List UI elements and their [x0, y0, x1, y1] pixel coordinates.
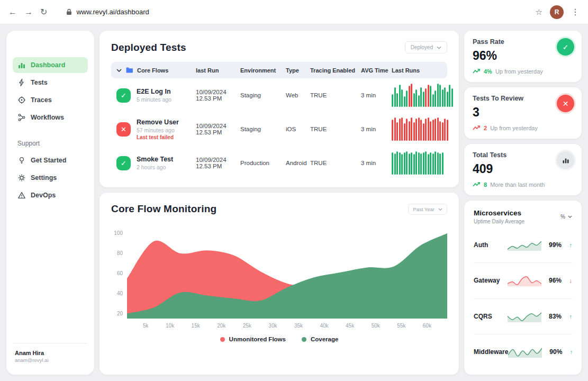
- sidebar-item-label: Get Started: [31, 157, 66, 164]
- trend-text: Up from yesterday: [490, 125, 538, 131]
- test-failure-note: Last test failed: [137, 134, 179, 140]
- trend-up-icon: [473, 182, 481, 187]
- column-environment: Environment: [240, 67, 286, 74]
- lightbulb-icon: [17, 156, 26, 165]
- cell-tracing: TRUE: [310, 126, 361, 132]
- profile-name: Anam Hira: [15, 350, 86, 356]
- column-avg-time: AVG Time: [361, 67, 392, 74]
- unit-select[interactable]: %: [560, 214, 572, 220]
- browser-chrome: ← → ↻ www.revyl.ai/dashboard ☆ R ⋮: [0, 0, 588, 24]
- x-tick-label: 20k: [217, 323, 225, 329]
- column-last-run: last Run: [196, 67, 240, 74]
- x-tick-label: 25k: [243, 323, 251, 329]
- trend-text: More than last month: [490, 182, 545, 188]
- test-name: Remove User: [137, 119, 179, 126]
- sidebar-item-workflows[interactable]: Workflows: [13, 110, 88, 125]
- service-uptime: 90%: [542, 348, 565, 356]
- sidebar-item-get-started[interactable]: Get Started: [13, 152, 88, 168]
- legend-label: Unmonitored Flows: [229, 336, 286, 342]
- time-range-select[interactable]: Past Year: [408, 204, 447, 215]
- trend-arrow-icon: ↓: [565, 277, 572, 284]
- service-sparkline: [508, 311, 541, 322]
- main-column: Deployed Tests Deployed Core Flows last …: [99, 31, 459, 375]
- bookmark-star-icon[interactable]: ☆: [536, 7, 542, 17]
- legend-item-coverage: Coverage: [302, 336, 338, 342]
- x-tick-label: 40k: [320, 323, 328, 329]
- cell-last-run: 10/09/2024 12.53 PM: [196, 123, 240, 135]
- table-row[interactable]: ✓ Smoke Test 2 hours ago 10/09/2024 12.5…: [111, 146, 447, 180]
- forward-icon[interactable]: →: [24, 7, 33, 17]
- service-uptime: 96%: [541, 277, 565, 284]
- gear-icon: [17, 174, 26, 182]
- cell-avg-time: 3 min: [361, 92, 392, 98]
- service-sparkline: [508, 346, 542, 358]
- test-time-ago: 2 hours ago: [137, 164, 173, 170]
- service-name: Gateway: [474, 277, 508, 284]
- total-tests-card: Total Tests 409 8 More than last month: [464, 144, 582, 195]
- sidebar-item-label: Settings: [31, 174, 57, 182]
- list-item[interactable]: CQRS 83% ↑: [474, 299, 572, 334]
- sidebar-item-traces[interactable]: Traces: [13, 92, 88, 108]
- sidebar-item-label: DevOps: [31, 192, 56, 199]
- cell-tracing: TRUE: [310, 160, 361, 166]
- service-name: CQRS: [474, 313, 508, 320]
- x-axis: 5k10k15k20k25k30k35k40k45k50k55k60k: [127, 323, 447, 329]
- x-tick-label: 10k: [166, 323, 174, 329]
- trend-arrow-icon: ↑: [565, 242, 572, 248]
- back-icon[interactable]: ←: [8, 7, 17, 17]
- service-sparkline: [508, 239, 541, 251]
- sidebar-item-label: Traces: [31, 96, 52, 104]
- table-row[interactable]: ✕ Remove User 57 minutes ago Last test f…: [111, 112, 447, 146]
- trend-up-icon: [473, 69, 481, 74]
- sidebar-item-label: Workflows: [31, 114, 64, 121]
- legend-label: Coverage: [311, 336, 338, 342]
- deployed-filter-value: Deployed: [411, 44, 433, 50]
- trend-arrow-icon: ↑: [565, 349, 573, 355]
- status-fail-icon: ✕: [116, 122, 131, 137]
- workflow-icon: [17, 113, 26, 122]
- last-runs-sparkline: [392, 84, 453, 107]
- lightning-icon: [17, 78, 26, 87]
- sidebar-item-label: Tests: [31, 79, 48, 86]
- y-tick-label: 80: [117, 250, 123, 256]
- cell-last-run: 10/09/2024 12.53 PM: [196, 89, 240, 102]
- trend-value: 2: [484, 125, 487, 131]
- chevron-down-icon: [437, 46, 441, 49]
- cell-type: Web: [286, 92, 310, 98]
- reload-icon[interactable]: ↻: [40, 7, 47, 17]
- list-item[interactable]: Middleware 90% ↑: [474, 334, 572, 369]
- x-tick-label: 15k: [192, 323, 200, 329]
- list-item[interactable]: Gateway 96% ↓: [474, 263, 572, 298]
- core-flow-chart: 10080604020: [111, 223, 447, 319]
- sidebar-item-settings[interactable]: Settings: [13, 170, 88, 186]
- chevron-down-icon: [568, 215, 572, 218]
- unit-value: %: [560, 214, 565, 220]
- sidebar-profile[interactable]: Anam Hira anam@revyl.ai: [13, 343, 88, 366]
- last-runs-sparkline: [392, 151, 444, 175]
- browser-menu-icon[interactable]: ⋮: [571, 7, 580, 17]
- x-tick-label: 60k: [423, 323, 431, 329]
- cell-avg-time: 3 min: [361, 126, 392, 132]
- y-tick-label: 100: [114, 230, 123, 236]
- list-item[interactable]: Auth 99% ↑: [474, 228, 572, 263]
- trend-arrow-icon: ↑: [565, 313, 572, 320]
- sidebar-item-dashboard[interactable]: Dashboard: [13, 57, 88, 73]
- cell-type: iOS: [286, 126, 310, 132]
- y-tick-label: 20: [117, 311, 123, 316]
- lock-icon: [66, 8, 72, 15]
- x-tick-label: 5k: [143, 323, 149, 329]
- test-name: Smoke Test: [137, 156, 173, 163]
- browser-profile-avatar[interactable]: R: [550, 5, 564, 19]
- deployed-filter-select[interactable]: Deployed: [405, 41, 447, 53]
- folder-icon: [125, 67, 133, 74]
- service-uptime: 99%: [541, 241, 565, 249]
- x-tick-label: 55k: [397, 323, 405, 329]
- sidebar-item-devops[interactable]: DevOps: [13, 187, 88, 203]
- chart-legend: Unmonitored Flows Coverage: [111, 336, 447, 342]
- sidebar-item-tests[interactable]: Tests: [13, 75, 88, 90]
- address-bar[interactable]: www.revyl.ai/dashboard: [66, 8, 149, 16]
- table-row[interactable]: ✓ E2E Log In 5 minutes ago 10/09/2024 12…: [111, 78, 447, 112]
- chevron-down-icon: [438, 208, 442, 211]
- chevron-down-icon[interactable]: [116, 69, 122, 72]
- column-last-runs: Last Runs: [392, 67, 442, 74]
